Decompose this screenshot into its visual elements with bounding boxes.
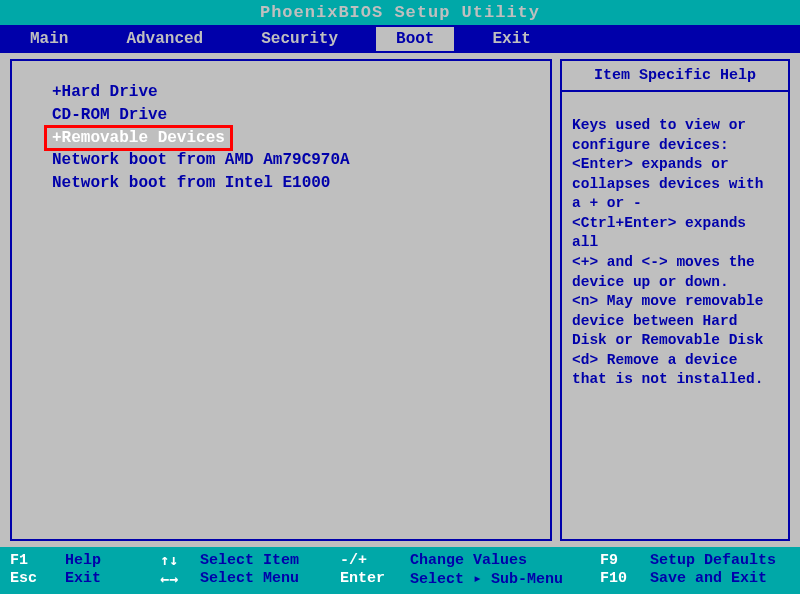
boot-item-label: Network boot from AMD Am79C970A bbox=[52, 151, 350, 169]
footer-key-f10: F10 bbox=[600, 570, 627, 587]
boot-item-network-intel[interactable]: Network boot from Intel E1000 bbox=[46, 172, 336, 195]
help-content: Keys used to view or configure devices: … bbox=[562, 92, 788, 400]
boot-item-removable[interactable]: +Removable Devices bbox=[46, 127, 231, 150]
arrow-leftright-icon: ←→ bbox=[160, 570, 178, 588]
boot-item-hard-drive[interactable]: +Hard Drive bbox=[46, 81, 164, 104]
boot-item-label: Removable Devices bbox=[62, 129, 225, 147]
help-panel: Item Specific Help Keys used to view or … bbox=[560, 59, 790, 541]
footer-key-enter: Enter bbox=[340, 570, 385, 587]
footer-key-esc: Esc bbox=[10, 570, 37, 587]
footer-row-1: F1 Help ↑↓ Select Item -/+ Change Values… bbox=[10, 551, 790, 569]
footer-label-setup-defaults: Setup Defaults bbox=[650, 552, 776, 569]
menu-boot[interactable]: Boot bbox=[376, 27, 454, 51]
boot-item-label: CD-ROM Drive bbox=[52, 106, 167, 124]
boot-item-label: Network boot from Intel E1000 bbox=[52, 174, 330, 192]
footer-key-plusminus: -/+ bbox=[340, 552, 367, 569]
boot-item-cdrom[interactable]: CD-ROM Drive bbox=[46, 104, 173, 127]
menu-exit[interactable]: Exit bbox=[472, 27, 550, 51]
boot-list-panel: +Hard Drive CD-ROM Drive +Removable Devi… bbox=[10, 59, 552, 541]
expand-icon: + bbox=[52, 83, 62, 101]
footer-label-select-menu: Select Menu bbox=[200, 570, 299, 587]
main-content: +Hard Drive CD-ROM Drive +Removable Devi… bbox=[0, 53, 800, 547]
footer-label-exit: Exit bbox=[65, 570, 101, 587]
footer-key-f9: F9 bbox=[600, 552, 618, 569]
help-title: Item Specific Help bbox=[562, 61, 788, 92]
footer-label-save-exit: Save and Exit bbox=[650, 570, 767, 587]
boot-item-label: Hard Drive bbox=[62, 83, 158, 101]
footer-bar: F1 Help ↑↓ Select Item -/+ Change Values… bbox=[0, 547, 800, 594]
menu-bar: Main Advanced Security Boot Exit bbox=[0, 25, 800, 53]
boot-list: +Hard Drive CD-ROM Drive +Removable Devi… bbox=[22, 81, 540, 195]
menu-security[interactable]: Security bbox=[241, 27, 358, 51]
title-bar: PhoenixBIOS Setup Utility bbox=[0, 0, 800, 25]
arrow-updown-icon: ↑↓ bbox=[160, 551, 178, 569]
footer-label-select-item: Select Item bbox=[200, 552, 299, 569]
bios-window: PhoenixBIOS Setup Utility Main Advanced … bbox=[0, 0, 800, 594]
footer-key-f1: F1 bbox=[10, 552, 28, 569]
footer-label-select-submenu: Select ▸ Sub-Menu bbox=[410, 569, 563, 588]
footer-label-help: Help bbox=[65, 552, 101, 569]
footer-label-change-values: Change Values bbox=[410, 552, 527, 569]
footer-row-2: Esc Exit ←→ Select Menu Enter Select ▸ S… bbox=[10, 569, 790, 588]
menu-advanced[interactable]: Advanced bbox=[106, 27, 223, 51]
menu-main[interactable]: Main bbox=[10, 27, 88, 51]
boot-item-network-amd[interactable]: Network boot from AMD Am79C970A bbox=[46, 149, 356, 172]
expand-icon: + bbox=[52, 129, 62, 147]
